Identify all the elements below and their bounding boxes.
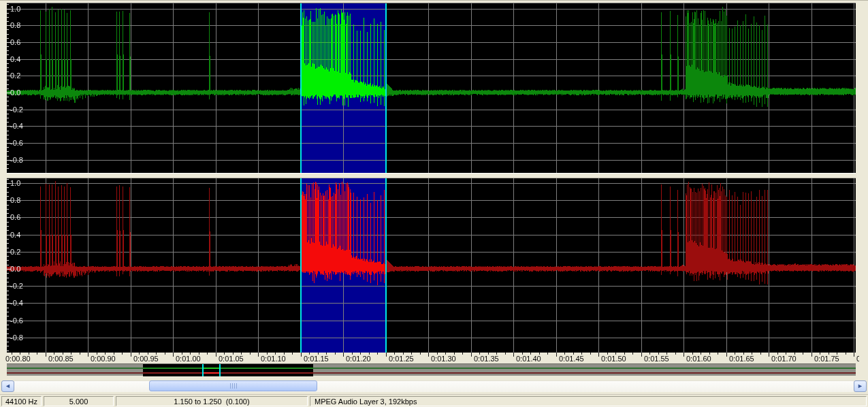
time-tick-label: 0:01.55: [644, 355, 669, 363]
time-tick: [173, 353, 174, 357]
time-tick: [292, 353, 293, 355]
time-tick: [420, 353, 421, 355]
scrollbar-thumb[interactable]: [149, 380, 317, 391]
time-tick-label: 0:01.30: [431, 355, 456, 363]
time-tick: [80, 353, 80, 355]
time-tick: [343, 353, 344, 357]
time-tick: [37, 353, 37, 355]
time-axis[interactable]: 0:00.800:00.850:00.900:00.950:01.000:01.…: [0, 353, 859, 363]
time-tick-label: 0:01.80: [856, 355, 859, 363]
time-tick-label: 0:00.85: [48, 355, 74, 363]
horizontal-scrollbar[interactable]: ◄ ►: [0, 379, 868, 393]
audio-editor-window: { "chart_data": { "type": "waveform", "t…: [0, 0, 868, 407]
overview-left-channel-line-window: [143, 368, 313, 369]
time-tick: [803, 353, 803, 355]
time-tick: [505, 353, 506, 355]
overview-right-channel-line-window: [143, 372, 313, 374]
time-tick: [428, 353, 429, 357]
status-selection: 1.150 to 1.250 (0.100): [116, 396, 308, 406]
time-tick: [556, 353, 557, 357]
time-tick-label: 0:01.10: [261, 355, 286, 363]
scrollbar-track[interactable]: [14, 380, 854, 392]
time-tick: [165, 353, 165, 355]
time-tick: [471, 353, 472, 357]
time-tick: [88, 353, 89, 357]
overview-selection-end-marker[interactable]: [219, 364, 221, 376]
overview-left-channel-line: [7, 368, 856, 369]
left-arrow-icon: ◄: [5, 383, 11, 389]
time-tick: [675, 353, 676, 355]
time-tick: [250, 353, 251, 355]
time-tick-label: 0:01.65: [729, 355, 754, 363]
time-tick: [598, 353, 599, 357]
time-tick: [760, 353, 761, 355]
waveform-plot-area[interactable]: 1.00.80.60.40.20.0-0.2-0.4-0.6-0.81.00.8…: [7, 3, 856, 353]
time-tick-label: 0:01.35: [474, 355, 499, 363]
overview-right-channel-selection: [202, 372, 219, 374]
time-tick-label: 0:01.70: [771, 355, 797, 363]
overview-selection-start-marker[interactable]: [202, 364, 204, 376]
time-tick-label: 0:01.45: [559, 355, 584, 363]
thumb-grip-icon: [234, 383, 235, 389]
time-tick-label: 0:01.40: [516, 355, 541, 363]
time-tick-label: 0:01.75: [814, 355, 839, 363]
time-tick: [513, 353, 514, 357]
time-tick: [846, 353, 846, 355]
time-tick-label: 0:01.25: [389, 355, 414, 363]
thumb-grip-icon: [232, 383, 233, 389]
time-tick: [632, 353, 633, 355]
time-tick: [216, 353, 216, 357]
time-tick-label: 0:01.20: [346, 355, 371, 363]
thumb-grip-icon: [230, 383, 231, 389]
time-tick: [769, 353, 769, 357]
overview-bar[interactable]: [7, 363, 856, 376]
scroll-left-button[interactable]: ◄: [1, 380, 14, 392]
time-tick-label: 0:01.60: [686, 355, 711, 363]
time-tick: [726, 353, 727, 357]
overview-left-channel-selection: [202, 368, 219, 369]
scroll-right-button[interactable]: ►: [854, 380, 867, 392]
time-tick: [462, 353, 463, 355]
time-tick: [46, 353, 46, 357]
status-length: 5.000: [44, 396, 114, 406]
time-tick: [590, 353, 591, 355]
time-tick: [207, 353, 208, 355]
time-tick-label: 0:01.50: [601, 355, 626, 363]
status-format: MPEG Audio Layer 3, 192kbps: [310, 396, 867, 406]
time-tick: [377, 353, 378, 355]
time-tick-label: 0:00.80: [5, 355, 31, 363]
time-tick-label: 0:00.95: [133, 355, 159, 363]
waveform-canvas[interactable]: [7, 3, 856, 353]
time-tick: [547, 353, 548, 355]
status-sample-rate: 44100 Hz: [1, 396, 42, 406]
time-tick-label: 0:01.00: [176, 355, 201, 363]
overview-right-channel-line: [7, 372, 856, 374]
time-tick: [122, 353, 123, 355]
time-tick-label: 0:01.05: [219, 355, 244, 363]
time-tick: [811, 353, 812, 357]
time-tick: [258, 353, 259, 357]
time-tick: [386, 353, 387, 357]
time-tick-label: 0:00.90: [91, 355, 116, 363]
time-tick: [718, 353, 718, 355]
right-arrow-icon: ►: [857, 383, 863, 389]
time-tick: [684, 353, 684, 357]
time-tick: [301, 353, 302, 357]
overview-view-window[interactable]: [143, 364, 313, 376]
time-tick: [641, 353, 642, 357]
thumb-grip-icon: [236, 383, 237, 389]
time-tick: [335, 353, 336, 355]
time-tick: [131, 353, 131, 357]
time-tick: [854, 353, 854, 357]
status-bar: 44100 Hz 5.000 1.150 to 1.250 (0.100) MP…: [0, 394, 868, 407]
time-tick-label: 0:01.15: [304, 355, 329, 363]
